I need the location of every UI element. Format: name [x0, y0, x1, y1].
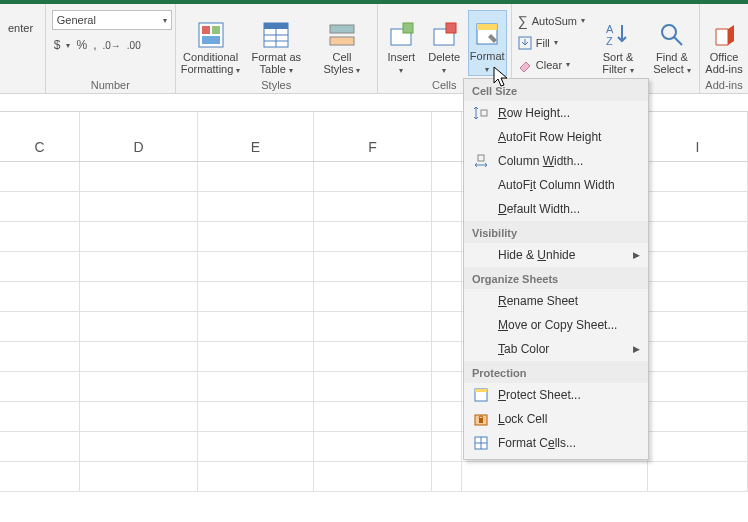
cell[interactable] — [198, 402, 314, 431]
cell[interactable] — [314, 372, 432, 401]
cell[interactable] — [198, 162, 314, 191]
cell[interactable] — [198, 342, 314, 371]
cell[interactable] — [80, 252, 198, 281]
cell[interactable] — [432, 192, 462, 221]
cell[interactable] — [0, 192, 80, 221]
cell[interactable] — [648, 282, 748, 311]
cell[interactable] — [198, 312, 314, 341]
format-as-table-button[interactable]: Format asTable ▾ — [245, 10, 307, 76]
cell[interactable] — [0, 252, 80, 281]
menu-lock-cell[interactable]: Lock Cell — [464, 407, 648, 431]
cell[interactable] — [314, 342, 432, 371]
autosum-button[interactable]: ∑ AutoSum ▾ — [516, 11, 587, 31]
menu-tab-color[interactable]: Tab Color ▶ — [464, 337, 648, 361]
cell[interactable] — [198, 192, 314, 221]
format-button[interactable]: Format▾ — [468, 10, 507, 76]
cell[interactable] — [0, 402, 80, 431]
cell[interactable] — [80, 462, 198, 491]
cell[interactable] — [648, 402, 748, 431]
cell[interactable] — [432, 462, 462, 491]
cell[interactable] — [648, 312, 748, 341]
cell[interactable] — [80, 372, 198, 401]
sort-filter-button[interactable]: AZ Sort &Filter ▾ — [595, 10, 641, 76]
merge-center-button[interactable]: enter — [4, 20, 37, 36]
menu-autofit-column-width[interactable]: AutoFit Column Width — [464, 173, 648, 197]
cell[interactable] — [0, 312, 80, 341]
menu-hide-unhide[interactable]: Hide & Unhide ▶ — [464, 243, 648, 267]
cell[interactable] — [0, 462, 80, 491]
column-header[interactable]: D — [80, 112, 198, 161]
column-header[interactable]: I — [648, 112, 748, 161]
cell[interactable] — [432, 252, 462, 281]
cell[interactable] — [80, 312, 198, 341]
cell[interactable] — [0, 342, 80, 371]
cell[interactable] — [314, 192, 432, 221]
cell[interactable] — [198, 282, 314, 311]
cell[interactable] — [432, 162, 462, 191]
cell[interactable] — [0, 432, 80, 461]
cell[interactable] — [648, 222, 748, 251]
cell[interactable] — [80, 402, 198, 431]
cell[interactable] — [0, 372, 80, 401]
cell[interactable] — [198, 372, 314, 401]
cell[interactable] — [314, 432, 432, 461]
cell[interactable] — [80, 222, 198, 251]
accounting-format-button[interactable]: $ — [54, 38, 61, 52]
cell[interactable] — [198, 462, 314, 491]
cell[interactable] — [432, 372, 462, 401]
cell[interactable] — [648, 252, 748, 281]
cell[interactable] — [432, 342, 462, 371]
menu-move-copy-sheet[interactable]: Move or Copy Sheet... — [464, 313, 648, 337]
cell[interactable] — [0, 222, 80, 251]
cell[interactable] — [462, 462, 648, 491]
menu-rename-sheet[interactable]: Rename Sheet — [464, 289, 648, 313]
cell[interactable] — [432, 312, 462, 341]
cell[interactable] — [80, 342, 198, 371]
clear-button[interactable]: Clear ▾ — [516, 55, 587, 75]
cell[interactable] — [432, 282, 462, 311]
cell[interactable] — [648, 462, 748, 491]
cell[interactable] — [432, 222, 462, 251]
percent-format-button[interactable]: % — [76, 38, 87, 52]
cell[interactable] — [314, 162, 432, 191]
cell[interactable] — [314, 462, 432, 491]
decrease-decimal-button[interactable]: .00 — [127, 40, 141, 51]
cell[interactable] — [648, 192, 748, 221]
cell[interactable] — [648, 432, 748, 461]
comma-format-button[interactable]: , — [93, 38, 96, 52]
cell[interactable] — [80, 432, 198, 461]
cell[interactable] — [0, 282, 80, 311]
cell[interactable] — [648, 162, 748, 191]
cell[interactable] — [314, 402, 432, 431]
menu-default-width[interactable]: Default Width... — [464, 197, 648, 221]
conditional-formatting-button[interactable]: ConditionalFormatting ▾ — [180, 10, 242, 76]
menu-autofit-row-height[interactable]: AutoFit Row Height — [464, 125, 648, 149]
cell[interactable] — [198, 252, 314, 281]
cell[interactable] — [198, 432, 314, 461]
cell[interactable] — [80, 162, 198, 191]
cell[interactable] — [314, 252, 432, 281]
office-addins-button[interactable]: OfficeAdd-ins — [704, 10, 744, 76]
cell[interactable] — [432, 402, 462, 431]
insert-button[interactable]: Insert▾ — [382, 10, 421, 76]
cell-styles-button[interactable]: CellStyles ▾ — [311, 10, 373, 76]
cell[interactable] — [314, 282, 432, 311]
fill-button[interactable]: Fill ▾ — [516, 33, 587, 53]
column-header[interactable] — [432, 112, 462, 161]
column-header[interactable]: C — [0, 112, 80, 161]
menu-row-height[interactable]: Row Height... — [464, 101, 648, 125]
cell[interactable] — [648, 372, 748, 401]
cell[interactable] — [314, 312, 432, 341]
cell[interactable] — [80, 192, 198, 221]
menu-protect-sheet[interactable]: Protect Sheet... — [464, 383, 648, 407]
find-select-button[interactable]: Find &Select ▾ — [649, 10, 695, 76]
column-header[interactable]: F — [314, 112, 432, 161]
cell[interactable] — [80, 282, 198, 311]
cell[interactable] — [432, 432, 462, 461]
number-format-select[interactable]: General ▾ — [52, 10, 172, 30]
delete-button[interactable]: Delete▾ — [425, 10, 464, 76]
increase-decimal-button[interactable]: .0→ — [102, 40, 120, 51]
menu-format-cells[interactable]: Format Cells... — [464, 431, 648, 455]
menu-column-width[interactable]: Column Width... — [464, 149, 648, 173]
cell[interactable] — [198, 222, 314, 251]
